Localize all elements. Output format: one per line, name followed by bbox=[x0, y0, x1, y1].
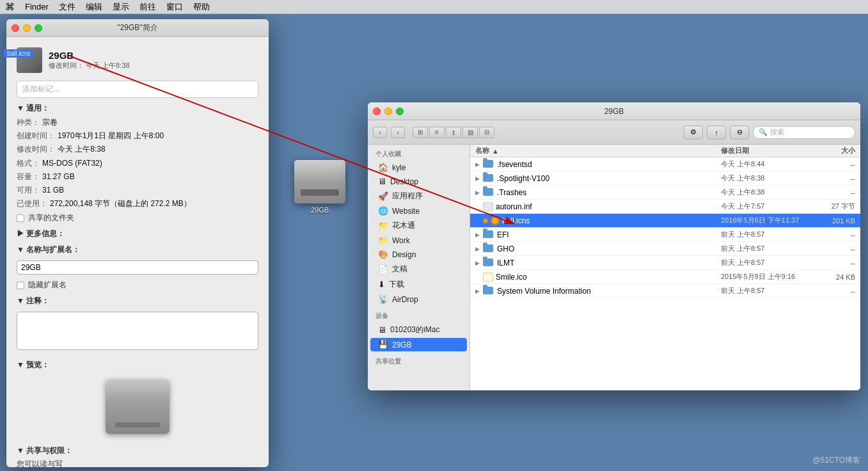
cover-flow-button[interactable]: ▤ bbox=[462, 127, 478, 138]
menu-edit[interactable]: 编辑 bbox=[86, 1, 102, 13]
name-input[interactable] bbox=[17, 260, 258, 275]
list-view-button[interactable]: ≡ bbox=[429, 127, 445, 138]
file-list-header: 名称 ▲ 修改日期 大小 bbox=[470, 145, 860, 157]
file-row-ball-icns[interactable]: ball.icns 2016年5月6日 下午11:37 201 KB bbox=[470, 214, 860, 228]
menu-view[interactable]: 显示 bbox=[113, 1, 129, 13]
traffic-lights bbox=[12, 24, 42, 32]
icon-view-button[interactable]: ⊞ bbox=[413, 127, 428, 138]
file-row[interactable]: ▶ .Trashes 今天 上午8:38 -- bbox=[470, 186, 860, 200]
sidebar-item-imac[interactable]: 🖥 010203的iMac bbox=[370, 323, 467, 337]
file-date: 今天 上午8:38 bbox=[721, 188, 810, 197]
expand-triangle: ▶ bbox=[475, 161, 483, 168]
file-size: -- bbox=[810, 161, 855, 168]
notes-section-header: ▼ 注释： bbox=[17, 296, 258, 307]
file-row[interactable]: ▶ .Spotlight-V100 今天 上午8:38 -- bbox=[470, 172, 860, 186]
hide-ext-checkbox[interactable] bbox=[17, 282, 24, 289]
finder-minimize-button[interactable] bbox=[384, 108, 392, 115]
file-date: 2015年5月9日 上午9:16 bbox=[721, 272, 810, 282]
downloads-icon: ⬇ bbox=[378, 280, 385, 289]
capacity-row: 容量： 31.27 GB bbox=[17, 171, 258, 183]
format-row: 格式： MS-DOS (FAT32) bbox=[17, 157, 258, 170]
finder-window: 29GB ‹ › ⊞ ≡ ⫿ ▤ ⊟ ⚙ ↑ ⊖ 🔍 搜索 个人收藏 🏠 kyl… bbox=[368, 102, 860, 390]
file-row[interactable]: Smile.ico 2015年5月9日 上午9:16 24 KB bbox=[470, 270, 860, 284]
share-button[interactable]: ↑ bbox=[707, 125, 726, 140]
apple-menu[interactable]: ⌘ bbox=[5, 1, 15, 13]
menu-file[interactable]: 文件 bbox=[59, 1, 75, 13]
sidebar-item-label: Work bbox=[392, 236, 410, 245]
file-date: 前天 上午8:57 bbox=[721, 286, 810, 296]
tags-input[interactable]: 添加标记... bbox=[17, 81, 258, 98]
file-row[interactable]: ▶ GHO 前天 上午8:57 -- bbox=[470, 242, 860, 256]
file-row[interactable]: autorun.inf 今天 上午7:57 27 字节 bbox=[470, 200, 860, 214]
finder-close-button[interactable] bbox=[373, 108, 381, 115]
file-name: Smile.ico bbox=[496, 273, 721, 282]
sidebar-item-website[interactable]: 🌐 Website bbox=[370, 204, 467, 218]
sidebar-item-29gb[interactable]: 💾 29GB bbox=[370, 338, 467, 351]
used-row: 已使用： 272,200,148 字节（磁盘上的 272.2 MB） bbox=[17, 198, 258, 210]
sidebar-item-label: Website bbox=[392, 207, 420, 216]
shared-folder-checkbox[interactable] bbox=[17, 214, 24, 222]
documents-icon: 📄 bbox=[378, 264, 388, 274]
sidebar-item-label: AirDrop bbox=[392, 295, 418, 304]
imac-icon: 🖥 bbox=[378, 325, 386, 335]
menu-help[interactable]: 帮助 bbox=[193, 1, 210, 13]
desktop-icon: 🖥 bbox=[378, 177, 386, 186]
finder-maximize-button[interactable] bbox=[396, 108, 404, 115]
view-buttons: ⊞ ≡ ⫿ ▤ ⊟ bbox=[413, 127, 494, 138]
file-row[interactable]: ▶ System Volume Information 前天 上午8:57 -- bbox=[470, 284, 860, 298]
file-row[interactable]: ▶ .fseventsd 今天 上午8:44 -- bbox=[470, 157, 860, 172]
close-button[interactable] bbox=[12, 24, 19, 32]
info-header: 29GB 修改时间： 今天 上午8:38 bbox=[17, 44, 258, 76]
file-size: -- bbox=[810, 231, 855, 239]
file-size: 27 字节 bbox=[810, 202, 855, 211]
sidebar-item-huamutong[interactable]: 📁 花木通 bbox=[370, 218, 467, 233]
design-icon: 🎨 bbox=[378, 250, 388, 259]
forward-button[interactable]: › bbox=[391, 127, 405, 138]
menu-finder[interactable]: Finder bbox=[25, 2, 49, 12]
file-date: 前天 上午8:57 bbox=[721, 244, 810, 253]
sidebar-item-downloads[interactable]: ⬇ 下载 bbox=[370, 277, 467, 292]
sidebar-item-work[interactable]: 📁 Work bbox=[370, 234, 467, 247]
tag-button[interactable]: ⊖ bbox=[730, 125, 749, 140]
info-window-title: "29GB"简介 bbox=[117, 22, 157, 33]
more-info-header[interactable]: ▶ 更多信息： bbox=[17, 228, 258, 239]
expand-triangle: ▶ bbox=[475, 260, 483, 266]
file-size: -- bbox=[810, 189, 855, 196]
back-button[interactable]: ‹ bbox=[373, 127, 387, 138]
maximize-button[interactable] bbox=[35, 24, 42, 32]
menu-go[interactable]: 前往 bbox=[139, 1, 156, 13]
notes-textarea[interactable] bbox=[17, 312, 258, 350]
file-row[interactable]: ▶ ILMT 前天 上午8:57 -- bbox=[470, 256, 860, 270]
minimize-button[interactable] bbox=[23, 24, 31, 32]
info-window: "29GB"简介 29GB 修改时间： 今天 上午8:38 添加标记... ▼ … bbox=[6, 19, 269, 467]
finder-body: 个人收藏 🏠 kyle 🖥 Desktop 🚀 应用程序 🌐 Website 📁… bbox=[368, 145, 860, 390]
sidebar-item-apps[interactable]: 🚀 应用程序 bbox=[370, 189, 467, 204]
folder-icon bbox=[483, 259, 494, 267]
dot-indicator bbox=[483, 218, 488, 223]
drive-icon-sidebar: 💾 bbox=[378, 340, 388, 349]
col-size-header: 大小 bbox=[810, 146, 855, 156]
sidebar-item-kyle[interactable]: 🏠 kyle bbox=[370, 161, 467, 174]
file-date: 2016年5月6日 下午11:37 bbox=[721, 216, 810, 225]
desktop-drive[interactable]: 29GB bbox=[294, 160, 345, 214]
column-view-button[interactable]: ⫿ bbox=[446, 127, 461, 138]
file-list: 名称 ▲ 修改日期 大小 ▶ .fseventsd 今天 上午8:44 -- bbox=[470, 145, 860, 390]
sidebar-item-design[interactable]: 🎨 Design bbox=[370, 248, 467, 261]
file-size: -- bbox=[810, 287, 855, 295]
search-box[interactable]: 🔍 搜索 bbox=[753, 126, 855, 139]
finder-traffic-lights bbox=[373, 108, 404, 115]
menu-window[interactable]: 窗口 bbox=[166, 1, 183, 13]
action-button[interactable]: ⚙ bbox=[684, 125, 703, 140]
info-filename: 29GB bbox=[49, 50, 130, 61]
sidebar-item-airdrop[interactable]: 📡 AirDrop bbox=[370, 292, 467, 306]
gallery-view-button[interactable]: ⊟ bbox=[479, 127, 494, 138]
folder-icon: 📁 bbox=[378, 221, 388, 230]
file-row[interactable]: ▶ EFI 前天 上午8:57 -- bbox=[470, 228, 860, 242]
sidebar-item-documents[interactable]: 📄 文稿 bbox=[370, 262, 467, 276]
finder-titlebar: 29GB bbox=[368, 102, 860, 120]
preview-section bbox=[17, 373, 258, 440]
info-modified-line: 修改时间： 今天 上午8:38 bbox=[49, 61, 130, 70]
sidebar-item-desktop[interactable]: 🖥 Desktop bbox=[370, 175, 467, 188]
sidebar-item-label: 文稿 bbox=[392, 264, 407, 275]
file-name: ball.icns bbox=[502, 216, 721, 225]
